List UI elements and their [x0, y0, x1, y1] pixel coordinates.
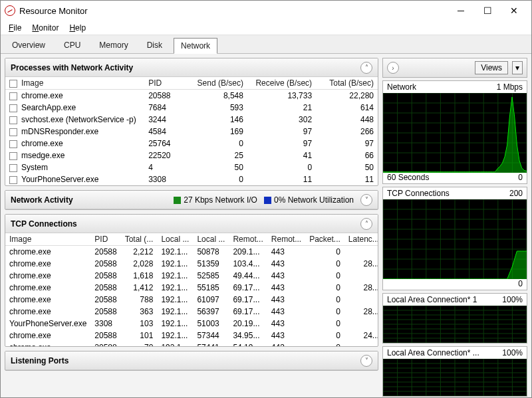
tcp-col-total[interactable]: Total (... — [121, 233, 158, 246]
chart-network-max: 1 Mbps — [497, 82, 523, 92]
views-dropdown-icon[interactable]: ▾ — [512, 61, 523, 74]
close-button[interactable]: ✕ — [501, 2, 527, 19]
table-row[interactable]: chrome.exe20588363192.1...5639769.17...4… — [5, 306, 378, 318]
tcp-panel-title: TCP Connections — [11, 219, 77, 229]
menu-file[interactable]: File — [5, 22, 25, 34]
io-legend: 27 Kbps Network I/O — [174, 195, 257, 205]
table-row[interactable]: chrome.exe20588788192.1...6109769.17...4… — [5, 294, 378, 306]
chart-lac2-canvas — [383, 359, 527, 396]
table-row[interactable]: chrome.exe205882,028192.1...51359103.4..… — [5, 258, 378, 270]
table-row[interactable]: chrome.exe2576409797 — [5, 138, 378, 149]
chart-tcp: TCP Connections200 0 — [382, 187, 527, 290]
tcp-panel-header[interactable]: TCP Connections ˄ — [5, 215, 378, 233]
window-title: Resource Monitor — [19, 6, 88, 16]
util-legend: 0% Network Utilization — [264, 195, 354, 205]
chevron-right-icon[interactable]: › — [387, 62, 399, 74]
views-button[interactable]: Views — [475, 61, 508, 74]
row-checkbox[interactable] — [9, 104, 17, 112]
minimize-button[interactable]: ─ — [448, 2, 474, 19]
left-pane: Processes with Network Activity ˄ Image … — [1, 54, 381, 397]
tcp-col-lat[interactable]: Latenc... — [344, 233, 378, 246]
row-checkbox[interactable] — [9, 140, 17, 148]
charts-toolbar: › Views ▾ — [382, 58, 527, 78]
menubar: File Monitor Help — [1, 21, 531, 35]
table-row[interactable]: chrome.exe205881,618192.1...5258549.44..… — [5, 270, 378, 282]
chart-lac2-max: 100% — [502, 348, 523, 357]
tab-network[interactable]: Network — [174, 38, 217, 54]
table-row[interactable]: msedge.exe22520254166 — [5, 149, 378, 161]
chart-network-xlabel: 60 Seconds — [387, 173, 429, 182]
listening-panel-title: Listening Ports — [11, 356, 68, 365]
processes-panel: Processes with Network Activity ˄ Image … — [5, 58, 378, 186]
row-checkbox[interactable] — [9, 128, 17, 136]
tab-cpu[interactable]: CPU — [57, 37, 88, 53]
right-pane: › Views ▾ Network1 Mbps 60 Seconds0 TCP … — [381, 54, 531, 397]
col-pid[interactable]: PID — [144, 77, 186, 90]
chevron-up-icon[interactable]: ˄ — [360, 62, 372, 74]
processes-panel-title: Processes with Network Activity — [11, 63, 133, 72]
table-row[interactable]: YourPhoneServer.exe3308103192.1...510032… — [5, 318, 378, 330]
menu-monitor[interactable]: Monitor — [28, 22, 63, 34]
tcp-col-la[interactable]: Local ... — [157, 233, 193, 246]
table-row[interactable]: svchost.exe (NetworkService -p)324414630… — [5, 114, 378, 126]
chart-network: Network1 Mbps 60 Seconds0 — [382, 80, 527, 184]
table-row[interactable]: chrome.exe205882,212192.1...50878209.1..… — [5, 246, 378, 258]
tab-disk[interactable]: Disk — [140, 37, 170, 53]
table-row[interactable]: chrome.exe20588101192.1...5734434.95...4… — [5, 330, 378, 342]
network-activity-panel: Network Activity 27 Kbps Network I/O 0% … — [5, 190, 378, 210]
chart-lac1-title: Local Area Connection* 1 — [387, 295, 477, 304]
listening-panel: Listening Ports ˅ — [5, 351, 378, 371]
chevron-up-icon[interactable]: ˄ — [360, 218, 372, 230]
table-row[interactable]: SearchApp.exe768459321614 — [5, 102, 378, 114]
tcp-col-rp[interactable]: Remot... — [267, 233, 305, 246]
chevron-down-icon[interactable]: ˅ — [360, 355, 372, 367]
table-row[interactable]: YourPhoneServer.exe330801111 — [5, 173, 378, 185]
maximize-button[interactable]: ☐ — [474, 2, 501, 19]
network-activity-header[interactable]: Network Activity 27 Kbps Network I/O 0% … — [5, 191, 378, 209]
table-row[interactable]: chrome.exe205881,412192.1...5518569.17..… — [5, 282, 378, 294]
tcp-col-image[interactable]: Image — [5, 233, 90, 246]
chart-lac1: Local Area Connection* 1100% — [382, 293, 527, 344]
chart-tcp-title: TCP Connections — [387, 189, 450, 198]
chart-tcp-max: 200 — [509, 189, 523, 198]
tab-memory[interactable]: Memory — [92, 37, 135, 53]
chart-tcp-canvas — [383, 199, 527, 279]
processes-panel-header[interactable]: Processes with Network Activity ˄ — [5, 58, 378, 77]
chart-tcp-min: 0 — [518, 279, 523, 288]
row-checkbox[interactable] — [9, 152, 17, 160]
table-row[interactable]: chrome.exe2058870192.1...5744154.19...44… — [5, 342, 378, 346]
table-row[interactable]: mDNSResponder.exe458416997266 — [5, 126, 378, 138]
row-checkbox[interactable] — [9, 116, 17, 124]
col-image[interactable]: Image — [5, 77, 144, 90]
listening-panel-header[interactable]: Listening Ports ˅ — [5, 351, 378, 370]
tab-overview[interactable]: Overview — [5, 37, 53, 53]
processes-table: Image PID Send (B/sec) Receive (B/sec) T… — [5, 77, 378, 185]
tcp-table: Image PID Total (... Local ... Local ...… — [5, 233, 378, 346]
checkbox-all[interactable] — [9, 80, 17, 88]
network-activity-title: Network Activity — [11, 195, 73, 205]
tcp-col-pid[interactable]: PID — [90, 233, 120, 246]
chart-network-canvas — [383, 93, 527, 173]
chevron-down-icon[interactable]: ˅ — [360, 194, 372, 206]
col-total[interactable]: Total (B/sec) — [316, 77, 378, 90]
col-send[interactable]: Send (B/sec) — [186, 77, 247, 90]
table-row[interactable]: System450050 — [5, 161, 378, 173]
menu-help[interactable]: Help — [65, 22, 90, 34]
tcp-panel: TCP Connections ˄ Image PID Total (... L… — [5, 214, 378, 347]
col-recv[interactable]: Receive (B/sec) — [247, 77, 316, 90]
window-buttons: ─ ☐ ✕ — [448, 2, 527, 19]
chart-lac2: Local Area Connection* ...100% — [382, 346, 527, 397]
row-checkbox[interactable] — [9, 92, 17, 100]
chart-network-title: Network — [387, 82, 416, 92]
tcp-col-lp[interactable]: Local ... — [193, 233, 229, 246]
row-checkbox[interactable] — [9, 164, 17, 172]
app-icon — [5, 5, 15, 16]
chart-lac2-title: Local Area Connection* ... — [387, 348, 479, 357]
row-checkbox[interactable] — [9, 176, 17, 184]
table-row[interactable]: chrome.exe205888,54813,73322,280 — [5, 90, 378, 102]
chart-network-min: 0 — [518, 173, 523, 182]
tab-strip: Overview CPU Memory Disk Network — [1, 35, 531, 54]
titlebar: Resource Monitor ─ ☐ ✕ — [1, 1, 531, 21]
tcp-col-pk[interactable]: Packet... — [305, 233, 344, 246]
tcp-col-ra[interactable]: Remot... — [229, 233, 267, 246]
